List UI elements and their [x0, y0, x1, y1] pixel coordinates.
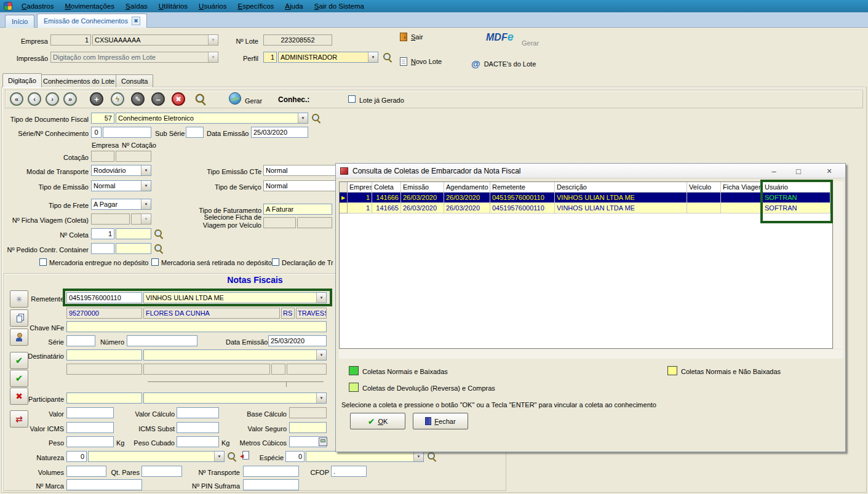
data-emissao-nf-field[interactable]: 25/03/2020: [268, 335, 327, 346]
col-empresa[interactable]: Empresa: [348, 182, 372, 193]
chevron-down-icon[interactable]: ▼: [316, 393, 326, 403]
vertical-scrollbar[interactable]: [834, 181, 843, 349]
natureza-combo[interactable]: ▼: [88, 451, 225, 462]
lote-ja-gerado-checkbox[interactable]: [348, 95, 356, 103]
tab-emissao-conhecimentos[interactable]: Emissão de Conhecimentos ✖: [37, 14, 147, 28]
cotacao-empresa-field[interactable]: [91, 151, 114, 162]
ficha-veiculo-field-2[interactable]: [297, 217, 332, 228]
data-emissao-field[interactable]: 25/03/2020: [251, 127, 308, 138]
col-remetente[interactable]: Remetente: [490, 182, 555, 193]
table-row[interactable]: 1 141665 26/03/2020 26/03/2020 045195760…: [340, 203, 832, 213]
ficha-veiculo-field-1[interactable]: [263, 217, 296, 228]
nav-first-button[interactable]: «: [10, 92, 23, 106]
col-veiculo[interactable]: Veículo: [687, 182, 721, 193]
n-coleta-field[interactable]: [116, 228, 151, 239]
valor-icms-field[interactable]: [66, 422, 114, 433]
menu-movimentacoes[interactable]: Movimentações: [59, 0, 120, 12]
remetente-combo[interactable]: VINHOS ULIAN LTDA ME ▼: [143, 292, 327, 303]
sub-serie-field[interactable]: [186, 127, 204, 138]
participante-combo[interactable]: ▼: [143, 392, 327, 404]
cancel-button[interactable]: ✖: [172, 92, 185, 106]
ok-button[interactable]: ✔ OK: [350, 413, 405, 429]
search-icon[interactable]: [154, 229, 164, 239]
maximize-icon[interactable]: □: [788, 164, 809, 178]
subtab-consulta[interactable]: Consulta: [116, 74, 153, 87]
chevron-down-icon[interactable]: ▼: [214, 452, 224, 461]
menu-cadastros[interactable]: Cadastros: [16, 0, 59, 12]
nav-last-button[interactable]: »: [63, 92, 77, 106]
chevron-down-icon[interactable]: ▼: [141, 165, 151, 175]
impressao-combo[interactable]: Digitação com Impressão em Lote ▼: [50, 52, 218, 63]
valor-calculo-field[interactable]: [177, 407, 219, 418]
novo-lote-button[interactable]: Novo Lote: [400, 57, 442, 66]
numero-nf-field[interactable]: [127, 335, 197, 346]
col-descricao[interactable]: Descrição: [555, 182, 687, 193]
serie-field[interactable]: 0: [91, 127, 102, 138]
tab-close-icon[interactable]: ✖: [132, 17, 140, 25]
tipo-doc-code-field[interactable]: 57: [91, 113, 114, 124]
pin-suframa-field[interactable]: [243, 479, 299, 490]
add-button[interactable]: +: [90, 92, 103, 106]
search-icon[interactable]: [311, 113, 321, 123]
mdfe-gerar-button[interactable]: MDFe: [486, 31, 514, 44]
especie-combo[interactable]: ▼: [306, 451, 424, 462]
tipo-doc-combo[interactable]: Conhecimento Eletronico ▼: [116, 113, 308, 124]
qt-pares-field[interactable]: [141, 466, 182, 477]
col-emissao[interactable]: Emissão: [401, 182, 444, 193]
n-transporte-field[interactable]: [243, 466, 299, 477]
nav-next-button[interactable]: ›: [46, 92, 59, 106]
chave-nfe-field[interactable]: [66, 321, 327, 332]
empresa-code-field[interactable]: 1: [50, 34, 91, 46]
import-document-icon[interactable]: [240, 451, 250, 460]
serie-nf-field[interactable]: [66, 335, 95, 346]
remove-button[interactable]: –: [151, 92, 165, 106]
confirm-all-button[interactable]: ✔: [10, 370, 28, 387]
edit-button[interactable]: ✎: [131, 92, 145, 106]
icms-subst-field[interactable]: [177, 422, 219, 433]
tipo-faturamento-field[interactable]: A Faturar: [263, 204, 332, 215]
destinatario-code-field[interactable]: [66, 349, 142, 361]
mercadoria-entregue-checkbox[interactable]: [39, 258, 47, 266]
cotacao-numero-field[interactable]: [116, 151, 151, 162]
ficha-viagem-combo[interactable]: ▼: [131, 213, 151, 225]
empresa-combo[interactable]: CXSUAAAAAA ▼: [92, 34, 218, 46]
declaracao-checkbox[interactable]: [272, 258, 279, 266]
horizontal-scrollbar[interactable]: [339, 349, 843, 359]
remetente-code-field[interactable]: 04519576000110: [66, 292, 142, 303]
chevron-down-icon[interactable]: ▼: [368, 52, 378, 62]
chevron-down-icon[interactable]: ▼: [141, 181, 151, 191]
natureza-code-field[interactable]: 0: [66, 451, 87, 462]
chevron-down-icon[interactable]: ▼: [298, 113, 308, 123]
lote-field[interactable]: 223208552: [263, 34, 332, 46]
numero-conhecimento-field[interactable]: [103, 127, 151, 138]
minimize-icon[interactable]: –: [763, 164, 784, 178]
subtab-digitacao[interactable]: Digitação: [2, 73, 42, 87]
menu-utilitarios[interactable]: Utilitários: [153, 0, 193, 12]
fechar-button[interactable]: Fechar: [413, 413, 468, 429]
calculator-icon[interactable]: [319, 437, 327, 446]
menu-usuarios[interactable]: Usuários: [193, 0, 232, 12]
participante-code-field[interactable]: [66, 392, 142, 404]
chevron-down-icon[interactable]: ▼: [141, 214, 151, 224]
menu-sair-do-sistema[interactable]: Sair do Sistema: [309, 0, 370, 12]
perfil-combo[interactable]: ADMINISTRADOR ▼: [278, 52, 378, 63]
valor-field[interactable]: [66, 407, 114, 418]
especie-code-field[interactable]: 0: [285, 451, 305, 462]
chevron-down-icon[interactable]: ▼: [316, 350, 326, 360]
gerar-toolbar-button[interactable]: Gerar: [245, 96, 262, 106]
tipo-emissao-cte-field[interactable]: Normal: [263, 165, 336, 176]
menu-especificos[interactable]: Específicos: [232, 0, 279, 12]
search-icon[interactable]: [154, 244, 164, 253]
perfil-code-field[interactable]: 1: [263, 52, 277, 63]
search-icon[interactable]: [194, 93, 206, 105]
valor-seguro-field[interactable]: [289, 422, 327, 433]
modal-transporte-combo[interactable]: Rodoviário ▼: [91, 165, 151, 176]
peso-cubado-field[interactable]: [177, 436, 219, 447]
col-usuario[interactable]: Usuário: [763, 182, 830, 193]
sair-button[interactable]: Sair: [400, 33, 423, 41]
n-coleta-empresa-field[interactable]: 1: [91, 228, 114, 239]
search-icon[interactable]: [427, 452, 437, 461]
close-icon[interactable]: ×: [817, 164, 842, 178]
volumes-field[interactable]: [66, 466, 106, 477]
menu-saidas[interactable]: Saídas: [120, 0, 153, 12]
